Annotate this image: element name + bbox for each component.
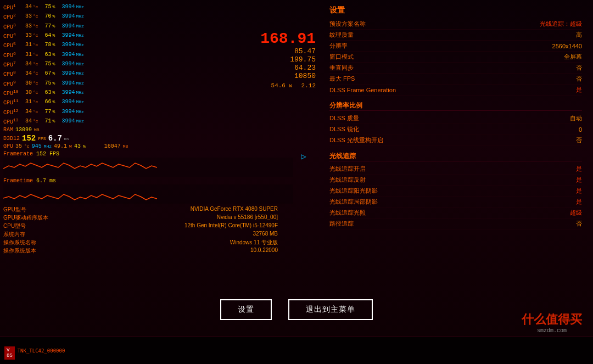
os-name-label: 操作系统名称: [3, 239, 36, 247]
settings-row-4: 垂直同步 否: [329, 63, 582, 74]
val5: 10850: [260, 72, 316, 80]
cpu-name-label: CPU型号: [3, 222, 26, 230]
gpu-temp-unit: °c: [24, 144, 30, 149]
cpu-row-12: CPU12 34°c 77% 3994MHz: [3, 107, 293, 116]
settings-row-5: 最大 FPS 否: [329, 74, 582, 85]
dlss-row-1: DLSS 锐化 0: [329, 124, 582, 135]
settings-row-3: 窗口模式 全屏幕: [329, 52, 582, 63]
cpu-row-9: CPU9 30°c 75% 3994MHz: [3, 79, 293, 88]
cpu-row-4: CPU4 33°c 64% 3994MHz: [3, 31, 293, 40]
framerate-label: Framerate: [3, 151, 33, 157]
gpu-driver-label: GPU驱动程序版本: [3, 214, 48, 222]
os-name-val: Windows 11 专业版: [230, 239, 278, 247]
d3d-label: D3D12: [3, 136, 20, 142]
rt-row-5: 路径追踪 否: [329, 219, 582, 229]
gpu-temp-val: 35: [15, 143, 22, 149]
os-ver-val: 10.0.22000: [250, 247, 278, 255]
ram-label: RAM: [3, 127, 13, 133]
ram-unit: MB: [34, 127, 40, 132]
settings-row-1: 纹理质量 高: [329, 30, 582, 41]
d3d-ms-unit: ms: [64, 136, 70, 141]
gpu-pct-val: 43: [74, 143, 81, 149]
cpu-name-val: 12th Gen Intel(R) Core(TM) i5-12490F: [184, 222, 278, 230]
rt-row-0: 光线追踪开启 是: [329, 164, 582, 175]
main-fps-display: 168.91 85.47 199.75 64.23 10850 54.6 W 2…: [260, 30, 316, 89]
settings-title: 设置: [329, 5, 582, 15]
ram-val: 13099: [15, 127, 32, 133]
rt-row-2: 光线追踪阳光阴影 是: [329, 186, 582, 197]
cpu-row-1: CPU1 34°c 75% 3994MHz: [3, 2, 293, 12]
cpu-row-13: CPU13 34°c 71% 3994MHz: [3, 116, 293, 126]
val4: 64.23: [260, 64, 316, 72]
val6: 2.12: [301, 82, 316, 89]
rt-row-1: 光线追踪反射 是: [329, 175, 582, 186]
os-ver-label: 操作系统版本: [3, 247, 36, 255]
settings-row-6: DLSS Frame Generation 是: [329, 85, 582, 96]
bottom-bar: ▸▸▸ TNK_TLC42_000000: [0, 337, 593, 364]
version-badge: V 85: [4, 346, 15, 360]
cpu-row-11: CPU11 31°c 66% 3994MHz: [3, 97, 293, 107]
rt-row-4: 光线追踪光照 超级: [329, 208, 582, 219]
watermark-sub: smzdm.com: [522, 328, 582, 334]
cpu-row-6: CPU6 31°c 63% 3994MHz: [3, 50, 293, 59]
val2: 85.47: [260, 47, 316, 55]
cpu-row-2: CPU2 33°c 70% 3994MHz: [3, 12, 293, 21]
gpu-watt-val: 49.1: [54, 143, 67, 149]
framerate-graph: [3, 158, 293, 177]
gpu-name-val: NVIDIA GeForce RTX 4080 SUPER: [191, 206, 278, 214]
gpu-watt2: 54.6: [271, 82, 286, 89]
gpu-label: GPU: [3, 143, 13, 149]
sys-mem-label: 系统内存: [3, 231, 25, 238]
watermark-container: 什么值得买 smzdm.com: [522, 311, 582, 334]
fps-display: 152 FPS: [36, 151, 59, 157]
ft-display: 6.7 ms: [36, 178, 56, 184]
gpu-pct-unit: %: [83, 144, 86, 149]
cpu-row-3: CPU3 33°c 77% 3994MHz: [3, 21, 293, 31]
cpu-row-8: CPU8 34°c 67% 3994MHz: [3, 69, 293, 78]
gpu-driver-val: Nvidia v 55186 [r550_00]: [217, 214, 278, 222]
cpu-row-5: CPU5 31°c 78% 3994MHz: [3, 40, 293, 49]
watermark-main: 什么值得买: [522, 311, 582, 328]
settings-button[interactable]: 设置: [220, 299, 272, 320]
settings-row-2: 分辨率 2560x1440: [329, 41, 582, 52]
gpu-name-label: GPU型号: [3, 206, 26, 214]
settings-row-0: 预设方案名称 光线追踪：超级: [329, 19, 582, 30]
d3d-fps-unit: FPS: [38, 136, 46, 141]
cpu-row-10: CPU10 30°c 63% 3994MHz: [3, 88, 293, 97]
gpu-watt-unit: W: [69, 144, 72, 149]
sys-mem-val: 32768 MB: [253, 231, 278, 238]
section-rt-header: 光线追踪: [329, 152, 582, 161]
section-dlss-header: 分辨率比例: [329, 101, 582, 111]
cpu-row-7: CPU7 34°c 75% 3994MHz: [3, 59, 293, 69]
gpu-mem-val: 16047: [104, 143, 121, 149]
gpu-mhz-unit: MHz: [44, 144, 52, 149]
dlss-row-2: DLSS 光线重构开启 否: [329, 135, 582, 146]
bottom-buttons: 设置 退出到主菜单: [220, 299, 373, 320]
exit-button[interactable]: 退出到主菜单: [288, 299, 373, 320]
d3d-fps-val: 152: [22, 134, 36, 143]
rt-row-3: 光线追踪局部阴影 是: [329, 197, 582, 208]
dlss-row-0: DLSS 质量 自动: [329, 113, 582, 124]
gpu-w-unit: W: [289, 83, 292, 89]
frametime-label: Frametime: [3, 178, 33, 184]
gpu-mem-unit: MB: [123, 144, 128, 149]
cursor-pointer: ▷: [301, 151, 306, 162]
gpu-mhz-val: 945: [32, 143, 42, 149]
frametime-graph: [3, 184, 293, 204]
val3: 199.75: [260, 55, 316, 64]
d3d-ms-val: 6.7: [48, 134, 62, 143]
main-fps-val: 168.91: [260, 30, 316, 47]
